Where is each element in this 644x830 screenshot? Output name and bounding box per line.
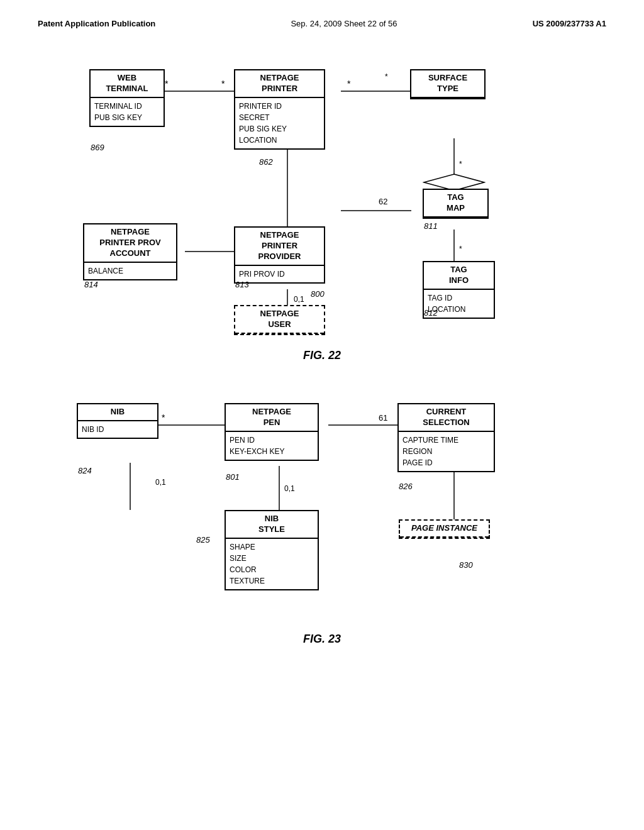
label-869: 869 <box>91 143 104 152</box>
box-nib-style-attrs: SHAPE SIZE COLOR TEXTURE <box>226 539 318 589</box>
box-netpage-user: NETPAGE USER <box>234 305 325 335</box>
label-814: 814 <box>84 280 98 289</box>
svg-text:*: * <box>221 79 225 89</box>
mult-np-st: * <box>385 72 388 81</box>
label-811: 811 <box>424 221 438 231</box>
box-nib-style-title: NIB STYLE <box>226 511 318 539</box>
fig23-caption: FIG. 23 <box>25 633 619 646</box>
header-date-sheet: Sep. 24, 2009 Sheet 22 of 56 <box>291 19 397 28</box>
diagram-fig23: * 0,1 0,1 61 NIB NIB ID 824 NETPAGE P <box>39 375 605 626</box>
box-printer-prov-account-attrs: BALANCE <box>84 263 176 279</box>
svg-text:*: * <box>459 160 462 169</box>
box-netpage-user-title: NETPAGE USER <box>235 306 324 334</box>
box-printer-provider: NETPAGE PRINTER PROVIDER PRI PROV ID <box>234 226 325 284</box>
box-web-terminal: WEB TERMINAL TERMINAL ID PUB SIG KEY <box>89 69 165 127</box>
label-801: 801 <box>226 472 240 482</box>
page: Patent Application Publication Sep. 24, … <box>0 0 644 830</box>
box-nib-style: NIB STYLE SHAPE SIZE COLOR TEXTURE <box>225 510 319 590</box>
box-nib-attrs: NIB ID <box>78 421 157 438</box>
svg-text:61: 61 <box>379 413 387 423</box>
label-812: 812 <box>424 308 438 318</box>
label-826: 826 <box>399 482 413 491</box>
box-current-selection-attrs: CAPTURE TIME REGION PAGE ID <box>399 432 494 471</box>
box-netpage-printer-title: NETPAGE PRINTER <box>235 70 324 98</box>
label-825: 825 <box>196 535 210 545</box>
header-patent-num: US 2009/237733 A1 <box>533 19 606 28</box>
box-netpage-printer: NETPAGE PRINTER PRINTER ID SECRET PUB SI… <box>234 69 325 150</box>
box-nib-title: NIB <box>78 404 157 421</box>
box-printer-prov-account: NETPAGE PRINTER PROV ACCOUNT BALANCE <box>83 223 177 280</box>
box-page-instance: PAGE INSTANCE <box>399 519 490 539</box>
svg-text:*: * <box>347 79 351 89</box>
box-web-terminal-title: WEB TERMINAL <box>91 70 164 98</box>
box-surface-type: SURFACE TYPE <box>410 69 486 99</box>
label-862: 862 <box>259 157 273 167</box>
box-tag-map: TAG MAP <box>423 189 489 219</box>
box-printer-prov-account-title: NETPAGE PRINTER PROV ACCOUNT <box>84 224 176 263</box>
svg-text:0,1: 0,1 <box>284 484 295 493</box>
svg-text:*: * <box>459 245 462 253</box>
diagram-fig22: * * * * * 62 0,1 <box>39 35 605 343</box>
page-header: Patent Application Publication Sep. 24, … <box>25 13 619 35</box>
header-publisher: Patent Application Publication <box>38 19 155 28</box>
label-830: 830 <box>459 560 473 570</box>
box-current-selection: CURRENT SELECTION CAPTURE TIME REGION PA… <box>397 403 495 472</box>
fig22-caption: FIG. 22 <box>25 349 619 362</box>
box-netpage-pen-title: NETPAGE PEN <box>226 404 318 432</box>
box-current-selection-title: CURRENT SELECTION <box>399 404 494 432</box>
box-page-instance-title: PAGE INSTANCE <box>400 521 489 538</box>
box-tag-info-title: TAG INFO <box>424 262 494 290</box>
label-824: 824 <box>78 466 92 475</box>
svg-text:*: * <box>162 412 165 423</box>
box-printer-provider-title: NETPAGE PRINTER PROVIDER <box>235 228 324 266</box>
box-netpage-pen-attrs: PEN ID KEY-EXCH KEY <box>226 432 318 460</box>
box-netpage-printer-attrs: PRINTER ID SECRET PUB SIG KEY LOCATION <box>235 98 324 148</box>
box-nib: NIB NIB ID <box>77 403 158 439</box>
box-surface-type-title: SURFACE TYPE <box>411 70 484 98</box>
label-800: 800 <box>311 289 325 299</box>
svg-text:0,1: 0,1 <box>155 478 166 487</box>
label-813: 813 <box>235 280 249 289</box>
box-web-terminal-attrs: TERMINAL ID PUB SIG KEY <box>91 98 164 126</box>
box-netpage-pen: NETPAGE PEN PEN ID KEY-EXCH KEY <box>225 403 319 461</box>
svg-text:0,1: 0,1 <box>294 295 304 304</box>
svg-text:62: 62 <box>379 197 387 206</box>
box-tag-map-title: TAG MAP <box>424 190 487 218</box>
svg-text:*: * <box>165 79 169 89</box>
